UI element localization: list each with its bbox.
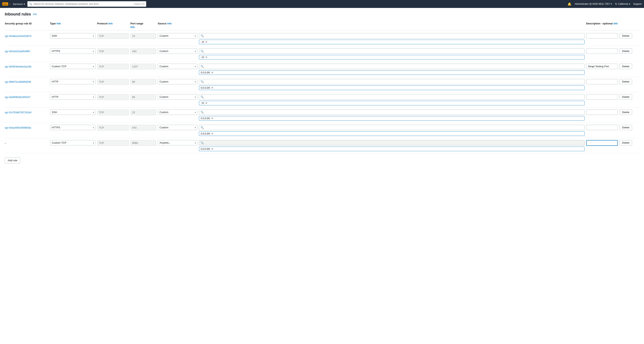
tag-close-button[interactable]: ✕ (211, 86, 214, 89)
description-input[interactable] (586, 94, 618, 100)
rule-id: sgr-0a065f803bc955037 (5, 94, 48, 99)
source-select[interactable]: CustomAnywhe...Anywhere-IPv6My IP (158, 125, 197, 130)
source-search-input[interactable] (199, 109, 584, 115)
delete-button[interactable]: Delete (620, 64, 632, 69)
description-input[interactable] (586, 48, 618, 54)
inbound-rules-info-link[interactable]: Info (33, 13, 37, 16)
protocol-value: TCP (97, 140, 129, 146)
source-search-icon: 🔍 (200, 50, 204, 53)
col-type-label: Type (50, 22, 56, 25)
delete-button[interactable]: Delete (620, 94, 632, 100)
port-value: 22 (130, 33, 156, 39)
support-menu[interactable]: Support (633, 3, 642, 5)
source-search-wrapper: 🔍 (199, 109, 584, 115)
description-input[interactable] (586, 79, 618, 84)
source-select[interactable]: CustomAnywhe...Anywhere-IPv6My IP (158, 94, 197, 100)
delete-button[interactable]: Delete (620, 48, 632, 54)
delete-button[interactable]: Delete (620, 125, 632, 130)
source-search-input[interactable] (199, 33, 584, 39)
tag-text: 0.0.0.0/0 (201, 117, 210, 120)
source-select-wrapper: CustomAnywhe...Anywhere-IPv6My IP▾ (158, 94, 197, 100)
tag-close-button[interactable]: ✕ (211, 71, 214, 74)
source-search-input[interactable] (199, 79, 584, 84)
col-protocol-info-link[interactable]: Info (108, 22, 113, 25)
description-input[interactable] (586, 140, 618, 146)
top-nav: aws ∿ Services ▾ 🔍 [Option+S] 🔔 Administ… (0, 0, 644, 8)
services-menu[interactable]: Services ▾ (13, 3, 25, 6)
table-row: sgr-0e6653eb4ab1ba19bCustom TCPCustom UD… (5, 62, 639, 77)
type-select-wrapper: Custom TCPCustom UDPCustom ICMPAll TCPAl… (50, 64, 96, 69)
table-row: sgr-098670cc883955056Custom TCPCustom UD… (5, 77, 639, 92)
source-search-input[interactable] (199, 48, 584, 54)
description-input[interactable] (586, 64, 618, 69)
tag-text: ::/0 (201, 102, 204, 105)
source-search-icon: 🔍 (200, 126, 204, 129)
col-header-source: Source Info (158, 22, 197, 29)
col-type-info-link[interactable]: Info (56, 22, 61, 25)
source-select[interactable]: CustomAnywhe...Anywhere-IPv6My IP (158, 64, 197, 69)
aws-logo[interactable]: aws ∿ (2, 3, 10, 6)
aws-logo-smile: ∿ (9, 3, 10, 5)
type-select[interactable]: Custom TCPCustom UDPCustom ICMPAll TCPAl… (50, 64, 96, 69)
description-col (586, 48, 618, 54)
global-search[interactable]: 🔍 [Option+S] (27, 1, 146, 7)
col-header-description: Description - optional Info (586, 22, 618, 29)
col-source-label: Source (158, 22, 166, 25)
source-search-icon: 🔍 (200, 80, 204, 83)
source-value-col: 🔍0.0.0.0/0✕ (199, 79, 584, 90)
type-select[interactable]: Custom TCPCustom UDPCustom ICMPAll TCPAl… (50, 48, 96, 54)
type-select[interactable]: Custom TCPCustom UDPCustom ICMPAll TCPAl… (50, 109, 96, 115)
add-rule-button[interactable]: Add rule (5, 157, 20, 163)
col-source-info-link[interactable]: Info (167, 22, 172, 25)
tag-close-button[interactable]: ✕ (205, 56, 208, 59)
type-select[interactable]: Custom TCPCustom UDPCustom ICMPAll TCPAl… (50, 79, 96, 84)
tag-close-button[interactable]: ✕ (211, 132, 214, 135)
user-menu[interactable]: Administrator @ 6035-5631-7357 ▾ (575, 3, 612, 5)
delete-button[interactable]: Delete (620, 140, 632, 145)
source-tag: 0.0.0.0/0✕ (199, 70, 584, 75)
delete-col: Delete (620, 94, 639, 100)
tag-close-button[interactable]: ✕ (205, 102, 208, 105)
col-port-label: Port range (130, 22, 143, 25)
source-select[interactable]: CustomAnywhe...Anywhere-IPv6My IP (158, 48, 197, 54)
table-header: Security group rule ID Type Info Protoco… (5, 21, 639, 30)
region-menu[interactable]: N. California ▾ (615, 3, 630, 5)
search-input[interactable] (34, 3, 133, 5)
tag-close-button[interactable]: ✕ (211, 117, 214, 120)
source-search-input[interactable] (199, 64, 584, 69)
bell-icon[interactable]: 🔔 (568, 2, 572, 6)
tag-close-button[interactable]: ✕ (205, 41, 208, 44)
source-select-wrapper: CustomAnywhe...Anywhere-IPv6My IP▾ (158, 79, 197, 84)
type-select[interactable]: Custom TCPCustom UDPCustom ICMPAll TCPAl… (50, 125, 96, 130)
port-value: 22 (130, 109, 156, 115)
col-protocol-label: Protocol (97, 22, 108, 25)
source-search-input[interactable] (199, 94, 584, 100)
type-select[interactable]: Custom TCPCustom UDPCustom ICMPAll TCPAl… (50, 140, 96, 145)
source-select[interactable]: CustomAnywhe...Anywhere-IPv6My IP (158, 140, 197, 145)
source-select[interactable]: CustomAnywhe...Anywhere-IPv6My IP (158, 109, 197, 115)
source-tag: 0.0.0.0/0✕ (199, 116, 584, 121)
col-header-rule-id: Security group rule ID (5, 22, 48, 29)
col-port-info-link[interactable]: Info (130, 26, 135, 29)
source-tag: ::/0✕ (199, 101, 584, 105)
source-select[interactable]: CustomAnywhe...Anywhere-IPv6My IP (158, 79, 197, 84)
source-search-input[interactable] (199, 140, 584, 145)
col-desc-info-link[interactable]: Info (614, 22, 618, 25)
tag-close-button[interactable]: ✕ (211, 147, 214, 150)
description-input[interactable] (586, 33, 618, 39)
type-select[interactable]: Custom TCPCustom UDPCustom ICMPAll TCPAl… (50, 94, 96, 100)
delete-button[interactable]: Delete (620, 33, 632, 39)
source-search-input[interactable] (199, 125, 584, 130)
source-tag: ::/0✕ (199, 40, 584, 44)
type-select[interactable]: Custom TCPCustom UDPCustom ICMPAll TCPAl… (50, 33, 96, 39)
region-label: N. California (615, 3, 628, 5)
port-value: 8080 (130, 140, 156, 146)
delete-button[interactable]: Delete (620, 79, 632, 84)
source-search-icon: 🔍 (200, 111, 204, 114)
rule-id: sgr-098670cc883955056 (5, 79, 48, 83)
source-select[interactable]: CustomAnywhe...Anywhere-IPv6My IP (158, 33, 197, 39)
description-input[interactable] (586, 109, 618, 115)
type-select-wrapper: Custom TCPCustom UDPCustom ICMPAll TCPAl… (50, 48, 96, 54)
delete-button[interactable]: Delete (620, 109, 632, 115)
description-input[interactable] (586, 125, 618, 130)
